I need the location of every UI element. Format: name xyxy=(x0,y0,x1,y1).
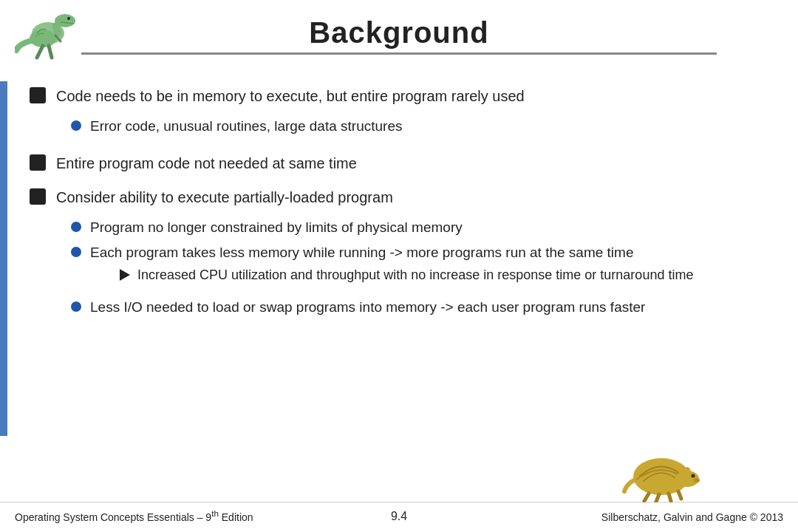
content-area: Code needs to be in memory to execute, b… xyxy=(0,66,798,502)
bullet-1-subs: Error code, unusual routines, large data… xyxy=(71,117,768,143)
bullet-l-icon-3-2 xyxy=(71,247,81,257)
header: Background xyxy=(0,0,798,66)
footer-page-number: 9.4 xyxy=(391,510,407,523)
bullet-1-sub-1-text: Error code, unusual routines, large data… xyxy=(90,117,402,137)
title-underline xyxy=(81,52,717,55)
bullet-2-text: Entire program code not needed at same t… xyxy=(56,153,357,174)
bullet-3-sub-2-subsubs: Increased CPU utilization and throughput… xyxy=(120,266,693,289)
svg-line-16 xyxy=(669,494,671,501)
bullet-1-sub-1: Error code, unusual routines, large data… xyxy=(71,117,768,137)
bullet-3-sub-1: Program no longer constrained by limits … xyxy=(71,218,768,238)
bullet-3-sub-2-subsub-1: Increased CPU utilization and throughput… xyxy=(120,266,693,284)
svg-point-11 xyxy=(692,474,695,478)
bullet-l-icon-3-3 xyxy=(71,301,81,312)
svg-line-7 xyxy=(49,46,52,58)
bullet-3-subs: Program no longer constrained by limits … xyxy=(71,218,768,324)
bullet-3-sub-2: Each program takes less memory while run… xyxy=(71,243,768,292)
footer-right: Silberschatz, Galvin and Gagne © 2013 xyxy=(601,511,783,523)
svg-line-17 xyxy=(678,491,681,499)
bullet-1-text: Code needs to be in memory to execute, b… xyxy=(56,86,525,106)
bullet-3-sub-2-subsub-1-text: Increased CPU utilization and throughput… xyxy=(137,266,693,284)
svg-point-3 xyxy=(55,14,75,27)
bullet-3-sub-3: Less I/O needed to load or swap programs… xyxy=(71,298,768,318)
bullet-l-icon-3-1 xyxy=(71,222,81,232)
bullet-1: Code needs to be in memory to execute, b… xyxy=(30,86,768,106)
bullet-3: Consider ability to execute partially-lo… xyxy=(30,187,768,208)
footer-left: Operating System Concepts Essentials – 9… xyxy=(15,508,253,523)
bullet-3-sub-3-text: Less I/O needed to load or swap programs… xyxy=(90,298,645,318)
dino-top-icon xyxy=(15,7,81,66)
bullet-n-icon-1 xyxy=(30,87,46,103)
bullet-n-icon-3 xyxy=(30,188,46,205)
svg-point-13 xyxy=(683,467,691,477)
bullet-2: Entire program code not needed at same t… xyxy=(30,153,768,174)
blue-accent-bar xyxy=(0,81,7,436)
slide-title: Background xyxy=(309,16,488,50)
svg-line-14 xyxy=(644,494,649,501)
bullet-l-icon xyxy=(71,120,81,131)
slide: Background Code needs to be in memory to… xyxy=(0,0,798,532)
bullet-3-sub-1-text: Program no longer constrained by limits … xyxy=(90,218,463,238)
svg-line-6 xyxy=(37,46,43,58)
dino-bottom-icon xyxy=(621,443,702,506)
svg-point-12 xyxy=(694,478,700,482)
svg-point-4 xyxy=(67,17,70,20)
bullet-3-sub-2-text: Each program takes less memory while run… xyxy=(90,243,693,263)
bullet-tri-icon xyxy=(120,269,130,281)
bullet-n-icon-2 xyxy=(30,154,46,171)
svg-line-15 xyxy=(656,494,659,502)
title-area: Background xyxy=(81,16,717,58)
bullet-3-text: Consider ability to execute partially-lo… xyxy=(56,187,393,208)
footer: Operating System Concepts Essentials – 9… xyxy=(0,502,798,532)
